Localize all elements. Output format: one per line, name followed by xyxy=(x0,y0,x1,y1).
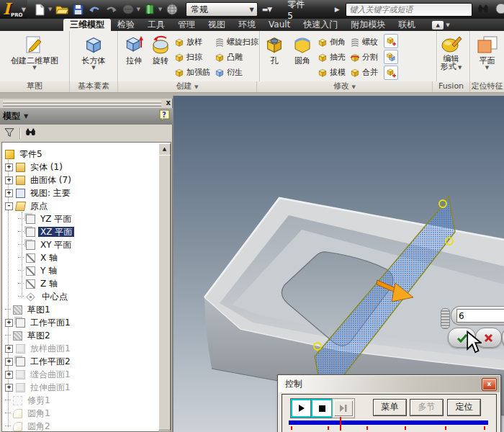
create-2d-sketch-button[interactable]: 创建二维草图 ▼ xyxy=(0,31,69,81)
box-primitive-button[interactable]: 长方体 ▼ xyxy=(70,31,117,81)
panel-label-modify[interactable]: 修改 ▼ xyxy=(257,81,433,92)
tree-item-label[interactable]: 零件5 xyxy=(17,149,45,159)
tree-item-拉伸曲面1[interactable]: +拉伸曲面1 xyxy=(2,381,171,394)
combine-button[interactable]: 合并 xyxy=(350,65,378,80)
tree-item-Z 轴[interactable]: Z 轴 xyxy=(2,277,171,290)
tree-item-视图: 主要[interactable]: +视图: 主要 xyxy=(2,186,171,199)
tree-item-label[interactable]: 圆角2 xyxy=(25,421,53,431)
scroll-up-button[interactable]: ▲ xyxy=(158,143,171,156)
panel-label-create[interactable]: 创建 ▼ xyxy=(118,81,257,92)
tab-Vault[interactable]: Vault xyxy=(262,19,297,31)
tree-item-label[interactable]: XZ 平面 xyxy=(38,227,74,237)
offset-value-input[interactable] xyxy=(456,309,504,323)
search-button[interactable] xyxy=(477,3,490,17)
extrude-button[interactable]: 拉伸 xyxy=(121,31,147,81)
browser-help-button[interactable]: ? xyxy=(159,109,170,123)
expand-icon[interactable]: + xyxy=(5,319,13,327)
derive-button[interactable]: 衍生 xyxy=(215,65,258,80)
copy-object-button[interactable] xyxy=(384,50,398,64)
tree-item-label[interactable]: XY 平面 xyxy=(38,240,73,250)
redo-button[interactable] xyxy=(104,3,118,17)
tree-item-YZ 平面[interactable]: YZ 平面 xyxy=(2,212,171,225)
ribbon-overflow-button[interactable]: ▲▼ xyxy=(432,21,449,31)
mini-toolbar-grip[interactable] xyxy=(441,308,450,329)
loft-button[interactable]: 放样 xyxy=(174,35,210,50)
play-button[interactable] xyxy=(291,399,312,418)
collapse-icon[interactable]: - xyxy=(5,202,13,210)
expand-icon[interactable]: + xyxy=(5,384,13,392)
browser-close-icon[interactable]: x xyxy=(166,99,171,107)
tree-item-修剪1[interactable]: 修剪1 xyxy=(2,394,171,407)
find-button[interactable] xyxy=(24,127,37,140)
tree-item-原点[interactable]: -原点 xyxy=(2,199,171,212)
new-document-button[interactable] xyxy=(33,3,47,17)
new-document-dropdown[interactable]: ▼ xyxy=(48,6,52,12)
menu-button[interactable]: 菜单 xyxy=(373,399,407,416)
tree-item-label[interactable]: X 轴 xyxy=(38,253,60,263)
edit-form-button[interactable]: 编辑 形式 ▼ xyxy=(433,31,469,81)
split-button[interactable]: 分割 xyxy=(350,50,378,65)
tree-item-零件5[interactable]: 零件5 xyxy=(2,148,171,161)
tree-item-草图2[interactable]: 草图2 xyxy=(2,329,171,342)
multinode-button[interactable]: 多节 xyxy=(410,399,444,416)
tab-管理[interactable]: 管理 xyxy=(171,19,202,31)
control-dialog-close-button[interactable]: x xyxy=(482,378,497,391)
panel-label-sketch[interactable]: 草图 xyxy=(0,81,70,92)
tree-item-label[interactable]: 实体 (1) xyxy=(28,162,65,172)
draft-button[interactable]: 拔模 xyxy=(318,65,346,80)
tree-item-label[interactable]: 原点 xyxy=(28,201,50,211)
browser-header[interactable]: 模型 ▼ ? xyxy=(0,108,173,125)
tree-item-实体 (1)[interactable]: +实体 (1) xyxy=(2,161,171,174)
open-button[interactable] xyxy=(55,3,68,17)
return-dropdown[interactable]: ▼ xyxy=(158,6,162,12)
document-switch-arrow[interactable]: ▶ xyxy=(335,6,340,13)
appearance-dropdown-button[interactable]: ▬▼ xyxy=(262,6,271,13)
tab-工具[interactable]: 工具 xyxy=(141,19,171,31)
tree-item-label[interactable]: 圆角1 xyxy=(25,408,53,418)
control-dialog-titlebar[interactable]: 控制 xyxy=(279,376,500,392)
expand-icon[interactable]: + xyxy=(5,371,13,379)
expand-icon[interactable]: + xyxy=(5,189,13,197)
sweep-button[interactable]: 扫掠 xyxy=(174,50,210,65)
appearance-combo[interactable]: 常规 ▼ xyxy=(186,2,258,17)
tree-item-label[interactable]: 工作平面1 xyxy=(28,318,73,328)
tab-检验[interactable]: 检验 xyxy=(111,19,141,31)
hole-button[interactable]: 孔 xyxy=(261,31,287,81)
panel-label-fusion[interactable]: Fusion xyxy=(433,81,470,92)
rib-button[interactable]: 加强筋 xyxy=(174,65,210,80)
tree-item-缝合曲面1[interactable]: +缝合曲面1 xyxy=(2,368,171,381)
coil-button[interactable]: 螺旋扫掠 xyxy=(215,35,258,50)
tab-联机[interactable]: 联机 xyxy=(392,19,422,31)
tree-item-label[interactable]: 工作平面2 xyxy=(28,356,73,366)
revolve-button[interactable]: 旋转 xyxy=(147,31,174,81)
tree-item-X 轴[interactable]: X 轴 xyxy=(2,251,171,264)
search-input[interactable] xyxy=(346,3,472,17)
stop-button[interactable] xyxy=(311,399,333,418)
panel-label-work-features[interactable]: 定位特征 xyxy=(470,81,504,92)
tree-item-XZ 平面[interactable]: XZ 平面 xyxy=(2,225,171,238)
tree-item-中心点[interactable]: 中心点 xyxy=(2,290,171,303)
shell-button[interactable]: 抽壳 xyxy=(318,50,346,65)
move-face-button[interactable] xyxy=(384,66,398,80)
tree-item-Y 轴[interactable]: Y 轴 xyxy=(2,264,171,277)
tree-item-label[interactable]: 中心点 xyxy=(40,292,70,302)
expand-icon[interactable]: + xyxy=(5,163,13,171)
tree-item-圆角2[interactable]: 圆角2 xyxy=(2,420,171,432)
expand-icon[interactable]: + xyxy=(5,176,13,184)
position-button[interactable]: 定位 xyxy=(447,399,481,416)
tab-环境[interactable]: 环境 xyxy=(232,19,262,31)
tab-三维模型[interactable]: 三维模型 xyxy=(63,19,111,31)
material-sphere-icon[interactable] xyxy=(165,3,179,17)
tree-item-label[interactable]: 放样曲面1 xyxy=(28,343,73,354)
timeline-cursor[interactable] xyxy=(340,417,341,431)
panel-label-primitives[interactable]: 基本要素 xyxy=(70,81,118,92)
tree-item-label[interactable]: 修剪1 xyxy=(25,395,53,405)
control-dialog[interactable]: 控制 x 菜单 多节 定位 xyxy=(277,374,501,432)
move-body-button[interactable] xyxy=(384,34,398,48)
tab-附加模块[interactable]: 附加模块 xyxy=(344,19,392,31)
print-button[interactable] xyxy=(121,3,135,17)
timeline-bar[interactable] xyxy=(289,420,488,425)
tree-item-XY 平面[interactable]: XY 平面 xyxy=(2,238,171,251)
tree-item-label[interactable]: 缝合曲面1 xyxy=(28,369,73,379)
thread-button[interactable]: 螺纹 xyxy=(350,35,378,50)
